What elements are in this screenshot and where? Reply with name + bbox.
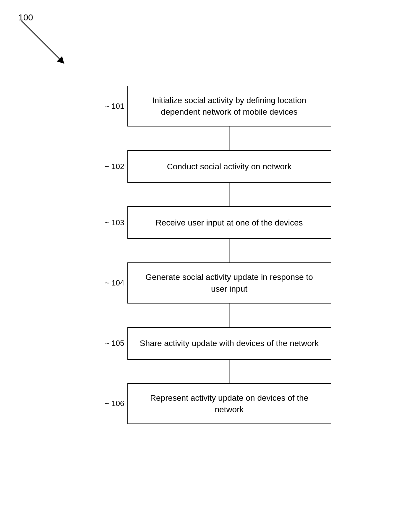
- step-row-103: ~ 103 Receive user input at one of the d…: [89, 206, 331, 239]
- connector-104-105: [89, 304, 331, 327]
- step-label-102: ~ 102: [89, 162, 127, 171]
- connector-102-103: [89, 183, 331, 206]
- step-label-101: ~ 101: [89, 102, 127, 111]
- step-row-106: ~ 106 Represent activity update on devic…: [89, 383, 331, 424]
- connector-103-104: [89, 239, 331, 262]
- step-box-101: Initialize social activity by defining l…: [127, 86, 331, 126]
- connector-line: [229, 126, 230, 150]
- svg-line-0: [21, 21, 64, 64]
- step-label-104: ~ 104: [89, 278, 127, 288]
- step-box-105: Share activity update with devices of th…: [127, 327, 331, 360]
- step-row-101: ~ 101 Initialize social activity by defi…: [89, 86, 331, 126]
- connector-line: [229, 304, 230, 327]
- connector-line: [229, 183, 230, 206]
- step-box-103: Receive user input at one of the devices: [127, 206, 331, 239]
- step-row-104: ~ 104 Generate social activity update in…: [89, 262, 331, 303]
- connector-line: [229, 360, 230, 383]
- step-row-102: ~ 102 Conduct social activity on network: [89, 150, 331, 183]
- reference-arrow: [18, 18, 77, 71]
- step-label-103: ~ 103: [89, 218, 127, 227]
- connector-line: [229, 239, 230, 262]
- flow-diagram: ~ 101 Initialize social activity by defi…: [89, 86, 331, 424]
- connector-101-102: [89, 126, 331, 150]
- diagram-container: 100 ~ 101 Initialize social activity by …: [0, 0, 420, 516]
- step-box-106: Represent activity update on devices of …: [127, 383, 331, 424]
- step-box-102: Conduct social activity on network: [127, 150, 331, 183]
- connector-105-106: [89, 360, 331, 383]
- step-box-104: Generate social activity update in respo…: [127, 262, 331, 303]
- step-label-105: ~ 105: [89, 339, 127, 348]
- step-row-105: ~ 105 Share activity update with devices…: [89, 327, 331, 360]
- step-label-106: ~ 106: [89, 399, 127, 408]
